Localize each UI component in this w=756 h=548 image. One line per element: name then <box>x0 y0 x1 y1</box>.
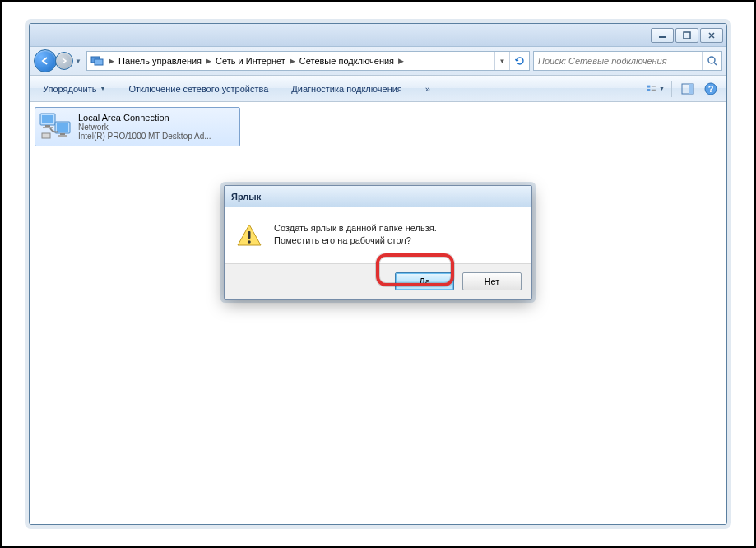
svg-rect-19 <box>60 133 65 135</box>
search-box[interactable] <box>533 51 722 71</box>
connection-name: Local Area Connection <box>78 113 236 123</box>
arrow-left-icon <box>39 55 51 67</box>
help-button[interactable]: ? <box>702 80 720 98</box>
arrow-right-icon <box>60 57 68 65</box>
svg-rect-14 <box>42 115 53 123</box>
breadcrumb-item[interactable]: Сеть и Интернет <box>213 52 288 70</box>
navbar: ▼ ▶ Панель управления ▶ Сеть и Интернет … <box>30 47 726 76</box>
yes-button[interactable]: Да <box>395 272 454 290</box>
svg-rect-16 <box>43 127 53 128</box>
svg-rect-20 <box>58 135 67 137</box>
chevron-right-icon: ▶ <box>288 57 297 65</box>
address-bar[interactable]: ▶ Панель управления ▶ Сеть и Интернет ▶ … <box>86 51 530 71</box>
svg-rect-5 <box>647 85 651 87</box>
chevron-down-icon: ▼ <box>659 86 665 91</box>
svg-rect-6 <box>647 89 651 91</box>
help-icon: ? <box>704 82 717 95</box>
svg-point-23 <box>248 240 251 244</box>
diagnose-button[interactable]: Диагностика подключения <box>285 81 408 97</box>
preview-pane-button[interactable] <box>679 80 697 98</box>
svg-rect-21 <box>42 133 50 138</box>
chevron-right-icon: ▶ <box>397 57 406 65</box>
maximize-button[interactable] <box>675 28 698 43</box>
no-button[interactable]: Нет <box>462 272 522 290</box>
warning-icon <box>236 222 262 248</box>
titlebar <box>30 24 726 47</box>
shortcut-dialog: Ярлык Создать ярлык в данной папке нельз… <box>224 185 532 300</box>
chevron-right-icon: ▶ <box>107 57 116 65</box>
svg-point-4 <box>708 57 715 63</box>
search-icon <box>707 55 718 67</box>
network-folder-icon <box>90 54 104 67</box>
view-icon <box>647 83 657 95</box>
network-connection-icon <box>39 110 73 143</box>
dialog-line1: Создать ярлык в данной папке нельзя. <box>274 222 437 235</box>
svg-rect-7 <box>652 86 656 86</box>
content-area: Local Area Connection Network Intel(R) P… <box>30 102 726 524</box>
nav-back-button[interactable] <box>34 49 57 72</box>
svg-rect-22 <box>248 231 251 239</box>
toolbar: Упорядочить ▼ Отключение сетевого устрой… <box>30 76 726 102</box>
separator <box>671 81 672 97</box>
chevron-right-icon: ▶ <box>204 57 213 65</box>
chevron-right-double-icon: » <box>425 84 429 94</box>
disable-device-button[interactable]: Отключение сетевого устройства <box>122 81 275 97</box>
maximize-icon <box>683 31 691 39</box>
breadcrumb-item[interactable]: Панель управления <box>116 52 204 70</box>
svg-rect-10 <box>689 84 693 94</box>
dialog-title: Ярлык <box>225 186 531 207</box>
close-icon <box>707 31 716 39</box>
refresh-icon <box>514 55 526 67</box>
toolbar-overflow[interactable]: » <box>419 81 435 97</box>
connection-status: Network <box>78 123 236 132</box>
svg-rect-3 <box>95 59 103 65</box>
network-connection-item[interactable]: Local Area Connection Network Intel(R) P… <box>35 107 240 146</box>
refresh-button[interactable] <box>509 52 529 70</box>
view-options-button[interactable]: ▼ <box>647 80 665 98</box>
preview-pane-icon <box>681 83 694 95</box>
svg-text:?: ? <box>708 84 714 94</box>
svg-rect-8 <box>652 89 656 90</box>
chevron-down-icon: ▼ <box>100 86 105 91</box>
organize-menu[interactable]: Упорядочить ▼ <box>36 81 112 97</box>
nav-history-dropdown[interactable]: ▼ <box>73 58 83 65</box>
svg-rect-1 <box>684 32 690 39</box>
search-button[interactable] <box>702 52 721 70</box>
address-dropdown[interactable]: ▼ <box>494 52 509 70</box>
svg-rect-0 <box>659 36 666 38</box>
dialog-body: Создать ярлык в данной папке нельзя. Пом… <box>225 207 531 263</box>
dialog-buttons: Да Нет <box>225 263 531 299</box>
breadcrumb-item[interactable]: Сетевые подключения <box>297 52 397 70</box>
minimize-button[interactable] <box>651 28 674 43</box>
organize-label: Упорядочить <box>43 84 96 94</box>
dialog-line2: Поместить его на рабочий стол? <box>274 235 437 247</box>
svg-rect-15 <box>45 125 50 127</box>
svg-rect-18 <box>57 123 68 132</box>
search-input[interactable] <box>534 56 702 66</box>
nav-forward-button[interactable] <box>55 52 73 70</box>
connection-adapter: Intel(R) PRO/1000 MT Desktop Ad... <box>78 132 236 141</box>
connection-text: Local Area Connection Network Intel(R) P… <box>78 113 236 141</box>
minimize-icon <box>658 31 666 39</box>
close-button[interactable] <box>700 28 723 43</box>
